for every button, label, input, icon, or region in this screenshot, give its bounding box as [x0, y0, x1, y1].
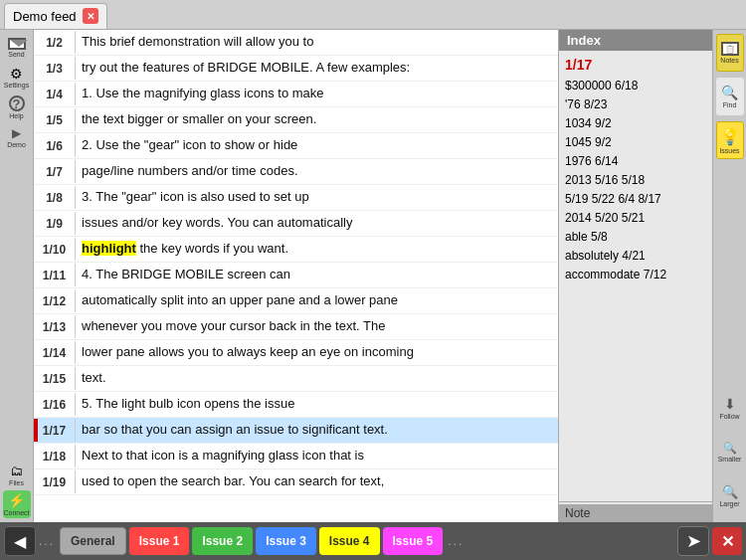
text-row: 1/14lower pane allows you to always keep…	[34, 340, 558, 366]
line-number: 1/5	[34, 108, 76, 131]
line-text: try out the features of BRIDGE MOBILE. A…	[76, 57, 558, 79]
issues-icon[interactable]: 💡 Issues	[716, 121, 744, 159]
find-icon[interactable]: 🔍 Find	[716, 78, 744, 115]
note-header: Note	[559, 504, 712, 522]
line-number: 1/12	[34, 289, 76, 312]
line-text: 2. Use the "gear" icon to show or hide	[76, 134, 558, 156]
issue1-btn[interactable]: Issue 1	[129, 527, 190, 555]
issues-label: Issues	[719, 147, 739, 154]
text-row: 1/114. The BRIDGE MOBILE screen can	[34, 263, 558, 288]
line-number: 1/14	[34, 341, 76, 364]
dots-left: ...	[39, 534, 55, 548]
notes-symbol: 📋	[721, 42, 739, 56]
text-row: 1/7page/line numbers and/or time codes.	[34, 159, 558, 185]
line-number: 1/3	[34, 57, 76, 80]
text-row: 1/12automatically split into an upper pa…	[34, 288, 558, 314]
line-number: 1/18	[34, 445, 76, 467]
index-item[interactable]: absolutely 4/21	[565, 247, 706, 265]
close-button[interactable]: ✕	[712, 527, 742, 555]
general-btn[interactable]: General	[60, 527, 126, 555]
text-row: 1/2This brief demonstration will allow y…	[34, 30, 558, 56]
index-item[interactable]: 1034 9/2	[565, 114, 706, 132]
right-sidebar: 📋 Notes 🔍 Find 💡 Issues ⬇ Follow 🔍 Small…	[712, 30, 746, 522]
smaller-label: Smaller	[718, 456, 742, 463]
line-text: automatically split into an upper pane a…	[76, 289, 558, 311]
send-label: Send	[8, 51, 24, 58]
settings-label: Settings	[4, 82, 29, 89]
demo-feed-tab[interactable]: Demo feed ✕	[4, 3, 107, 29]
text-row: 1/19used to open the search bar. You can…	[34, 469, 558, 495]
larger-icon[interactable]: 🔍 Larger	[716, 476, 744, 514]
tab-bar: Demo feed ✕	[0, 0, 746, 30]
main-area: Send ⚙ Settings ? Help ▶ Demo 🗂 Files ⚡ …	[0, 30, 746, 522]
line-text: page/line numbers and/or time codes.	[76, 160, 558, 182]
text-row: 1/13whenever you move your cursor back i…	[34, 314, 558, 340]
index-item[interactable]: 5/19 5/22 6/4 8/17	[565, 190, 706, 208]
highlighted-word: highlight	[82, 241, 136, 256]
line-text: This brief demonstration will allow you …	[76, 31, 558, 53]
notes-icon[interactable]: 📋 Notes	[716, 34, 744, 72]
send-icon[interactable]: Send	[3, 34, 31, 62]
issue3-btn[interactable]: Issue 3	[256, 527, 316, 555]
issue5-btn[interactable]: Issue 5	[383, 527, 444, 555]
text-row: 1/17bar so that you can assign an issue …	[34, 418, 558, 444]
help-icon[interactable]: ? Help	[3, 93, 31, 121]
nav-back-button[interactable]: ◀	[4, 526, 36, 556]
line-text: 5. The light bulb icon opens the issue	[76, 393, 558, 415]
issues-symbol: 💡	[720, 127, 740, 146]
line-text: 1. Use the magnifying glass icons to mak…	[76, 83, 558, 104]
arrow-forward-button[interactable]: ➤	[677, 526, 709, 556]
index-item[interactable]: able 5/8	[565, 228, 706, 246]
files-icon[interactable]: 🗂 Files	[3, 461, 31, 488]
content-area: 1/2This brief demonstration will allow y…	[34, 30, 558, 522]
text-row: 1/165. The light bulb icon opens the iss…	[34, 392, 558, 418]
find-label: Find	[723, 101, 737, 108]
line-number: 1/10	[34, 238, 76, 261]
find-symbol: 🔍	[721, 85, 738, 100]
left-sidebar: Send ⚙ Settings ? Help ▶ Demo 🗂 Files ⚡ …	[0, 30, 34, 522]
text-row: 1/62. Use the "gear" icon to show or hid…	[34, 133, 558, 159]
line-number: 1/15	[34, 367, 76, 390]
index-divider	[559, 501, 712, 502]
files-label: Files	[9, 479, 24, 486]
connect-icon[interactable]: ⚡ Connect	[3, 490, 31, 518]
line-number: 1/2	[34, 31, 76, 54]
index-item[interactable]: $300000 6/18	[565, 77, 706, 94]
index-item[interactable]: accommodate 7/12	[565, 266, 706, 283]
line-text: the text bigger or smaller on your scree…	[76, 108, 558, 130]
red-marker	[34, 419, 38, 442]
text-row: 1/5the text bigger or smaller on your sc…	[34, 107, 558, 133]
index-title: Index	[567, 33, 601, 48]
text-row: 1/15text.	[34, 366, 558, 392]
follow-icon[interactable]: ⬇ Follow	[716, 389, 744, 427]
settings-icon[interactable]: ⚙ Settings	[3, 64, 31, 92]
text-row: 1/41. Use the magnifying glass icons to …	[34, 82, 558, 107]
right-index-panel: Index 1/17$300000 6/18'76 8/231034 9/210…	[558, 30, 712, 522]
index-header: Index	[559, 30, 712, 51]
demo-icon[interactable]: ▶ Demo	[3, 123, 31, 151]
line-text: text.	[76, 367, 558, 389]
index-item[interactable]: 2013 5/16 5/18	[565, 171, 706, 189]
connect-label: Connect	[3, 509, 29, 516]
line-text: 4. The BRIDGE MOBILE screen can	[76, 264, 558, 285]
index-item[interactable]: 1/17	[565, 55, 706, 76]
larger-symbol: 🔍	[722, 484, 738, 499]
line-text: bar so that you can assign an issue to s…	[76, 419, 558, 441]
index-item[interactable]: 1976 6/14	[565, 152, 706, 170]
line-number: 1/13	[34, 315, 76, 338]
tab-close-button[interactable]: ✕	[83, 8, 98, 24]
issue2-btn[interactable]: Issue 2	[192, 527, 253, 555]
text-row: 1/9issues and/or key words. You can auto…	[34, 211, 558, 237]
index-item[interactable]: 2014 5/20 5/21	[565, 209, 706, 227]
text-row: 1/3try out the features of BRIDGE MOBILE…	[34, 56, 558, 82]
line-text: 3. The "gear" icon is also used to set u…	[76, 186, 558, 208]
smaller-icon[interactable]: 🔍 Smaller	[716, 433, 744, 470]
tab-label: Demo feed	[13, 9, 77, 24]
line-number: 1/6	[34, 134, 76, 157]
index-item[interactable]: 1045 9/2	[565, 133, 706, 151]
text-lines: 1/2This brief demonstration will allow y…	[34, 30, 558, 522]
issue4-btn[interactable]: Issue 4	[319, 527, 380, 555]
line-number: 1/17	[34, 419, 76, 442]
line-text: Next to that icon is a magnifying glass …	[76, 445, 558, 467]
index-item[interactable]: '76 8/23	[565, 95, 706, 113]
